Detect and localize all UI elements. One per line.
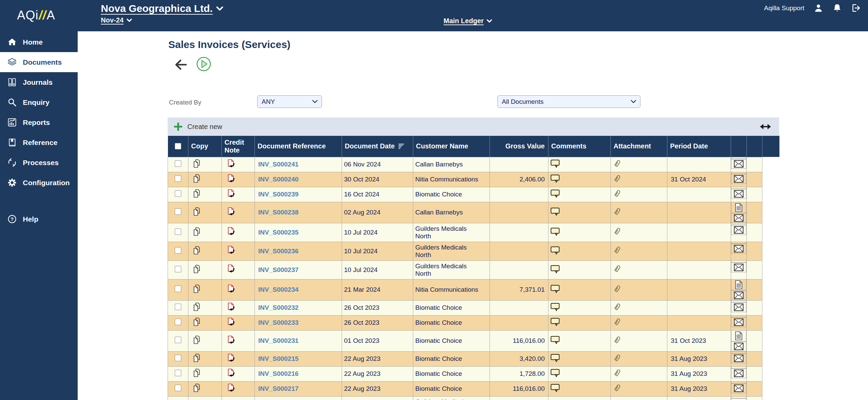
invoice-link[interactable]: INV_S000231: [258, 337, 298, 344]
paperclip-icon[interactable]: [613, 335, 622, 345]
row-checkbox[interactable]: [175, 385, 181, 391]
sidebar-item-reference[interactable]: Reference: [0, 132, 78, 153]
envelope-icon[interactable]: [734, 303, 744, 311]
comment-icon[interactable]: [551, 369, 560, 377]
row-checkbox[interactable]: [175, 319, 181, 325]
sidebar-item-processes[interactable]: Processes: [0, 153, 78, 173]
comment-icon[interactable]: [551, 285, 560, 293]
invoice-link[interactable]: INV_S000241: [258, 161, 298, 168]
comment-icon[interactable]: [551, 246, 560, 255]
comment-icon[interactable]: [551, 207, 560, 216]
row-checkbox[interactable]: [175, 355, 181, 361]
copy-icon[interactable]: [192, 227, 201, 236]
sidebar-item-enquiry[interactable]: Enquiry: [0, 92, 78, 112]
paperclip-icon[interactable]: [613, 174, 622, 183]
paperclip-icon[interactable]: [613, 353, 622, 363]
company-selector[interactable]: Nova Geographica Ltd.: [101, 3, 223, 14]
period-selector[interactable]: Nov-24: [101, 16, 223, 24]
paperclip-icon[interactable]: [613, 227, 622, 236]
sidebar-item-reports[interactable]: Reports: [0, 112, 78, 132]
paperclip-icon[interactable]: [613, 302, 622, 312]
envelope-icon[interactable]: [734, 214, 744, 222]
credit-note-icon[interactable]: [227, 317, 236, 327]
invoice-link[interactable]: INV_S000232: [258, 304, 298, 311]
create-new-button[interactable]: Create new: [173, 122, 222, 132]
row-checkbox[interactable]: [175, 190, 181, 197]
envelope-icon[interactable]: [734, 190, 744, 198]
comment-icon[interactable]: [551, 336, 560, 344]
envelope-icon[interactable]: [734, 354, 744, 362]
comment-icon[interactable]: [551, 303, 560, 311]
row-checkbox[interactable]: [175, 175, 181, 182]
comment-icon[interactable]: [551, 318, 560, 326]
paperclip-icon[interactable]: [613, 264, 622, 274]
document-note-icon[interactable]: [735, 331, 743, 340]
envelope-icon[interactable]: [734, 226, 744, 234]
sidebar-item-journals[interactable]: Journals: [0, 72, 78, 92]
column-header-document_date[interactable]: Document Date: [342, 136, 413, 157]
document-note-icon[interactable]: [735, 203, 743, 212]
resize-columns-icon[interactable]: [759, 123, 772, 131]
invoice-link[interactable]: INV_S000236: [258, 247, 298, 255]
comment-icon[interactable]: [551, 354, 560, 362]
paperclip-icon[interactable]: [613, 383, 622, 393]
comment-icon[interactable]: [551, 174, 560, 183]
copy-icon[interactable]: [192, 383, 201, 393]
copy-icon[interactable]: [192, 207, 201, 216]
sidebar-item-documents[interactable]: Documents: [0, 52, 78, 72]
row-checkbox[interactable]: [175, 304, 181, 310]
paperclip-icon[interactable]: [613, 368, 622, 378]
paperclip-icon[interactable]: [613, 245, 622, 255]
invoice-link[interactable]: INV_S000233: [258, 319, 298, 326]
envelope-icon[interactable]: [734, 369, 744, 377]
credit-note-icon[interactable]: [227, 335, 236, 345]
invoice-link[interactable]: INV_S000239: [258, 191, 298, 198]
copy-icon[interactable]: [192, 246, 201, 255]
person-icon[interactable]: [814, 3, 823, 13]
invoice-link[interactable]: INV_S000216: [258, 370, 298, 377]
invoice-link[interactable]: INV_S000234: [258, 286, 298, 293]
envelope-icon[interactable]: [734, 291, 744, 299]
comment-icon[interactable]: [551, 227, 560, 236]
row-checkbox[interactable]: [175, 160, 181, 167]
column-header-select[interactable]: [168, 136, 188, 157]
credit-note-icon[interactable]: [227, 159, 236, 169]
credit-note-icon[interactable]: [227, 264, 236, 274]
row-checkbox[interactable]: [175, 266, 181, 272]
document-note-icon[interactable]: [735, 280, 743, 289]
invoice-link[interactable]: INV_S000215: [258, 355, 298, 362]
back-button[interactable]: [173, 59, 187, 71]
envelope-icon[interactable]: [734, 384, 744, 392]
select-all-checkbox[interactable]: [175, 143, 181, 149]
paperclip-icon[interactable]: [613, 189, 622, 198]
row-checkbox[interactable]: [175, 247, 181, 254]
paperclip-icon[interactable]: [613, 159, 622, 169]
row-checkbox[interactable]: [175, 208, 181, 215]
invoice-link[interactable]: INV_S000217: [258, 385, 298, 392]
copy-icon[interactable]: [192, 284, 201, 293]
invoice-link[interactable]: INV_S000240: [258, 176, 298, 183]
sort-icon[interactable]: [398, 143, 404, 149]
sidebar-item-help[interactable]: ?Help: [0, 209, 78, 229]
copy-icon[interactable]: [192, 174, 201, 183]
created-by-select[interactable]: ANY: [257, 95, 322, 108]
copy-icon[interactable]: [192, 353, 201, 363]
credit-note-icon[interactable]: [227, 284, 236, 294]
row-checkbox[interactable]: [175, 370, 181, 376]
envelope-icon[interactable]: [734, 160, 744, 168]
sidebar-item-configuration[interactable]: Configuration: [0, 173, 78, 193]
credit-note-icon[interactable]: [227, 189, 236, 198]
invoice-link[interactable]: INV_S000238: [258, 209, 298, 216]
credit-note-icon[interactable]: [227, 383, 236, 393]
envelope-icon[interactable]: [734, 342, 744, 350]
credit-note-icon[interactable]: [227, 245, 236, 255]
envelope-icon[interactable]: [734, 175, 744, 183]
row-checkbox[interactable]: [175, 337, 181, 343]
credit-note-icon[interactable]: [227, 207, 236, 217]
credit-note-icon[interactable]: [227, 368, 236, 378]
comment-icon[interactable]: [551, 384, 560, 392]
copy-icon[interactable]: [192, 335, 201, 345]
invoice-link[interactable]: INV_S000235: [258, 229, 298, 236]
paperclip-icon[interactable]: [613, 207, 622, 217]
bell-icon[interactable]: [833, 3, 842, 13]
